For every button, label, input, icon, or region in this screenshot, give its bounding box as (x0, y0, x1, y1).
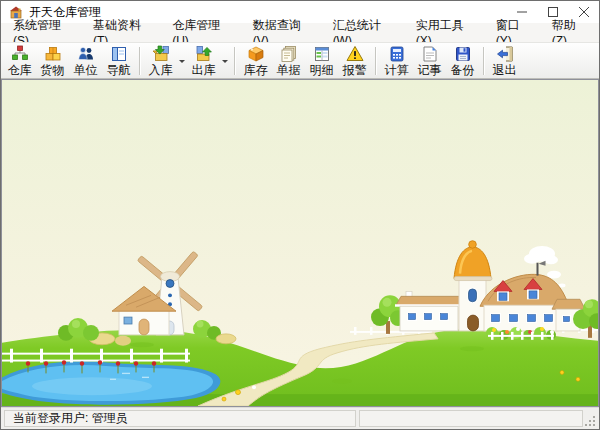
toolbar-button-stock-in[interactable]: 入库 (144, 43, 177, 78)
alert-warning-icon (346, 45, 364, 63)
toolbar-button-stock-out[interactable]: 出库 (187, 43, 220, 78)
stock-out-icon (195, 45, 213, 63)
toolbar: 仓库 货物 单位 (1, 42, 599, 79)
toolbar-label: 出库 (192, 63, 216, 77)
toolbar-label: 报警 (343, 63, 367, 77)
status-extra-panel (359, 410, 583, 427)
inventory-cube-icon (247, 45, 265, 63)
units-people-icon (77, 45, 95, 63)
notes-icon (421, 45, 439, 63)
toolbar-button-navigate[interactable]: 导航 (102, 43, 135, 78)
statusbar: 当前登录用户: 管理员 (1, 407, 599, 429)
warehouse-tree-icon (11, 45, 29, 63)
toolbar-button-exit[interactable]: 退出 (488, 43, 521, 78)
goods-boxes-icon (44, 45, 62, 63)
menubar: 系统管理(S) 基础资料(T) 仓库管理(U) 数据查询(V) 汇总统计(W) … (1, 23, 599, 42)
detail-table-icon (313, 45, 331, 63)
toolbar-button-documents[interactable]: 单据 (272, 43, 305, 78)
documents-icon (280, 45, 298, 63)
toolbar-button-detail[interactable]: 明细 (305, 43, 338, 78)
stock-out-dropdown-button[interactable] (220, 43, 230, 78)
pond-illustration (2, 361, 220, 404)
toolbar-label: 明细 (310, 63, 334, 77)
app-window: 开天仓库管理 系统管理(S) 基础资料(T) 仓库管理(U) 数据查询(V) 汇… (0, 0, 600, 430)
toolbar-label: 备份 (451, 63, 475, 77)
main-canvas (1, 79, 599, 407)
toolbar-label: 计算 (385, 63, 409, 77)
toolbar-button-notes[interactable]: 记事 (413, 43, 446, 78)
exit-door-icon (496, 45, 514, 63)
stock-in-icon (152, 45, 170, 63)
toolbar-button-warehouse[interactable]: 仓库 (3, 43, 36, 78)
toolbar-button-alarm[interactable]: 报警 (338, 43, 371, 78)
toolbar-label: 货物 (41, 63, 65, 77)
toolbar-button-inventory[interactable]: 库存 (239, 43, 272, 78)
toolbar-label: 单位 (74, 63, 98, 77)
navigation-panel-icon (110, 45, 128, 63)
toolbar-button-goods[interactable]: 货物 (36, 43, 69, 78)
toolbar-button-backup[interactable]: 备份 (446, 43, 479, 78)
toolbar-label: 记事 (418, 63, 442, 77)
toolbar-button-units[interactable]: 单位 (69, 43, 102, 78)
resize-grip[interactable] (583, 414, 596, 427)
status-current-user: 当前登录用户: 管理员 (4, 410, 356, 427)
toolbar-label: 入库 (149, 63, 173, 77)
toolbar-button-calculator[interactable]: 计算 (380, 43, 413, 78)
toolbar-separator (483, 47, 484, 75)
landscape-illustration (2, 80, 598, 406)
toolbar-label: 导航 (107, 63, 131, 77)
stock-in-dropdown-button[interactable] (177, 43, 187, 78)
backup-floppy-icon (454, 45, 472, 63)
toolbar-separator (375, 47, 376, 75)
toolbar-label: 退出 (493, 63, 517, 77)
calculator-icon (388, 45, 406, 63)
toolbar-label: 库存 (244, 63, 268, 77)
toolbar-separator (139, 47, 140, 75)
toolbar-label: 仓库 (8, 63, 32, 77)
toolbar-separator (234, 47, 235, 75)
current-user-label: 当前登录用户: 管理员 (13, 410, 128, 427)
toolbar-label: 单据 (277, 63, 301, 77)
